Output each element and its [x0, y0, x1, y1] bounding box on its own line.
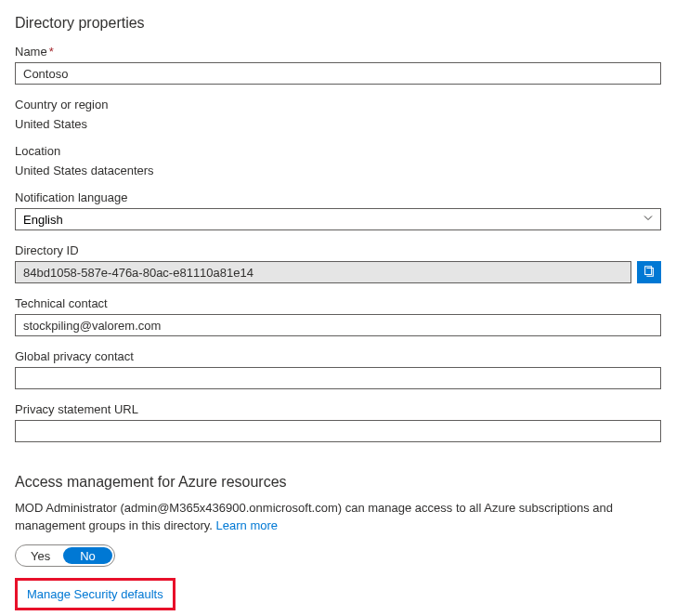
notification-language-select[interactable]: English — [15, 208, 661, 230]
global-privacy-contact-input[interactable] — [15, 367, 661, 389]
directory-id-input[interactable] — [15, 261, 631, 283]
toggle-no[interactable]: No — [63, 547, 112, 564]
technical-contact-label: Technical contact — [15, 296, 661, 310]
name-input[interactable] — [15, 62, 661, 85]
technical-contact-field: Technical contact — [15, 296, 661, 336]
privacy-statement-url-label: Privacy statement URL — [15, 402, 661, 416]
access-toggle[interactable]: Yes No — [15, 544, 115, 567]
country-label: Country or region — [15, 98, 661, 111]
technical-contact-input[interactable] — [15, 314, 661, 336]
name-field: Name* — [15, 45, 661, 85]
access-management-title: Access management for Azure resources — [15, 474, 661, 491]
toggle-yes[interactable]: Yes — [18, 547, 63, 564]
country-value: United States — [15, 115, 661, 131]
privacy-statement-url-input[interactable] — [15, 420, 661, 442]
learn-more-link[interactable]: Learn more — [216, 518, 278, 532]
country-field: Country or region United States — [15, 98, 661, 131]
directory-properties-title: Directory properties — [15, 15, 661, 32]
access-management-description: MOD Administrator (admin@M365x436900.onm… — [15, 500, 661, 535]
directory-id-label: Directory ID — [15, 243, 661, 257]
location-label: Location — [15, 144, 661, 158]
location-field: Location United States datacenters — [15, 144, 661, 177]
global-privacy-contact-label: Global privacy contact — [15, 349, 661, 363]
copy-button[interactable] — [637, 261, 661, 283]
notification-language-label: Notification language — [15, 190, 661, 204]
required-asterisk: * — [49, 45, 54, 59]
location-value: United States datacenters — [15, 162, 661, 177]
notification-language-field: Notification language English — [15, 190, 661, 230]
manage-security-defaults-highlight: Manage Security defaults — [15, 578, 176, 610]
privacy-statement-url-field: Privacy statement URL — [15, 402, 661, 442]
manage-security-defaults-link[interactable]: Manage Security defaults — [27, 587, 163, 601]
name-label: Name* — [15, 45, 661, 59]
global-privacy-contact-field: Global privacy contact — [15, 349, 661, 389]
directory-id-field: Directory ID — [15, 243, 661, 283]
copy-icon — [643, 265, 656, 281]
